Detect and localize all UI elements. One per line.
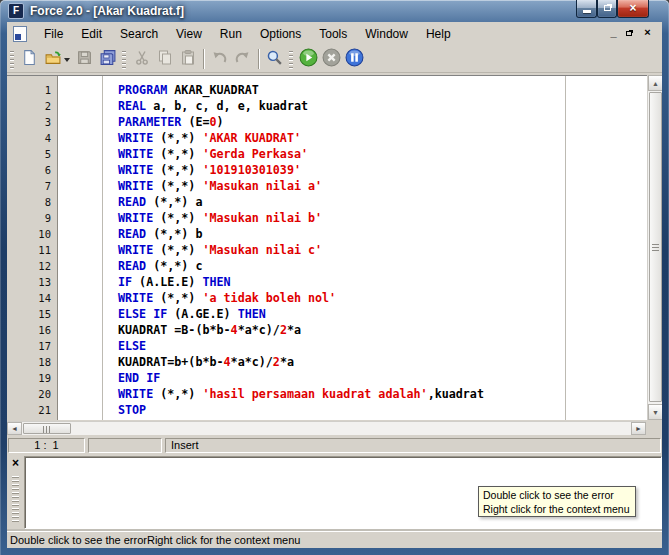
code-line[interactable]: WRITE (*,*) '101910301039' (60, 162, 647, 178)
code-line[interactable]: STOP (60, 402, 647, 418)
menu-item-search[interactable]: Search (111, 24, 167, 44)
code-line[interactable]: END (60, 418, 647, 420)
code-token: READ (118, 259, 146, 273)
code-token: *a*c)/ (231, 355, 273, 369)
vertical-scrollbar-thumb[interactable] (649, 92, 662, 402)
code-token: 'AKAR KUADRAT' (202, 131, 301, 145)
toolbar-grip[interactable] (10, 49, 14, 69)
open-dropdown-arrow-icon[interactable] (64, 58, 70, 62)
code-token: (*,*) (153, 147, 202, 161)
code-line[interactable]: WRITE (*,*) 'Gerda Perkasa' (60, 146, 647, 162)
line-number: 12 (7, 258, 57, 274)
find-button[interactable] (263, 47, 286, 71)
code-token: ,kuadrat (428, 387, 484, 401)
cut-button[interactable] (130, 47, 153, 71)
toolbar-grip[interactable] (289, 49, 293, 69)
code-token: WRITE (118, 387, 153, 401)
minimize-icon (583, 10, 591, 13)
horizontal-scrollbar[interactable]: ◄ ► (7, 421, 646, 435)
code-token: END IF (118, 371, 160, 385)
code-line[interactable]: END IF (60, 370, 647, 386)
menu-item-file[interactable]: File (35, 24, 72, 44)
redo-button[interactable] (231, 47, 254, 71)
menu-item-edit[interactable]: Edit (72, 24, 111, 44)
code-line[interactable]: READ (*,*) c (60, 258, 647, 274)
code-token: (*,*) a (146, 195, 202, 209)
code-token: WRITE (118, 291, 153, 305)
message-panel-grip[interactable] (12, 475, 19, 522)
code-pane[interactable]: PROGRAM AKAR_KUADRATREAL a, b, c, d, e, … (60, 76, 647, 420)
open-button[interactable] (41, 47, 64, 71)
code-line[interactable]: WRITE (*,*) 'Masukan nilai a' (60, 178, 647, 194)
code-line[interactable]: WRITE (*,*) 'AKAR KUADRAT' (60, 130, 647, 146)
code-line[interactable]: ELSE IF (A.GE.E) THEN (60, 306, 647, 322)
vertical-scrollbar[interactable]: ▲ ▼ (647, 75, 662, 420)
abort-button[interactable] (320, 47, 343, 71)
mdi-minimize-button[interactable]: _ (605, 26, 622, 41)
code-token: REAL (118, 99, 146, 113)
horizontal-scrollbar-thumb[interactable] (23, 423, 71, 434)
restore-button[interactable] (597, 0, 617, 18)
code-viewport[interactable]: 12345678910111213141516171819202122 PROG… (7, 75, 647, 420)
code-token: *a (280, 355, 294, 369)
compile-run-button[interactable] (297, 47, 320, 71)
undo-button[interactable] (208, 47, 231, 71)
code-token: (A.LE.E) (132, 275, 202, 289)
code-line[interactable]: WRITE (*,*) 'a tidak boleh nol' (60, 290, 647, 306)
close-button[interactable]: × (617, 0, 649, 18)
paste-button[interactable] (176, 47, 199, 71)
mdi-restore-button[interactable] (622, 26, 639, 41)
scroll-down-button[interactable]: ▼ (648, 404, 662, 420)
code-line[interactable]: WRITE (*,*) 'Masukan nilai b' (60, 210, 647, 226)
code-token: READ (118, 227, 146, 241)
code-token: WRITE (118, 243, 153, 257)
code-line[interactable]: ELSE (60, 338, 647, 354)
code-token: AKAR_KUADRAT (167, 83, 258, 97)
message-panel-close-button[interactable]: × (9, 457, 22, 470)
save-button[interactable] (73, 47, 96, 71)
line-number: 8 (7, 194, 57, 210)
pause-button[interactable] (343, 47, 366, 71)
caption-buttons: × (576, 0, 649, 18)
code-line[interactable]: WRITE (*,*) 'Masukan nilai c' (60, 242, 647, 258)
code-token: ELSE IF (118, 307, 167, 321)
code-token: WRITE (118, 131, 153, 145)
toolbar-separator (258, 49, 259, 69)
code-token: '101910301039' (202, 163, 301, 177)
menu-item-view[interactable]: View (167, 24, 211, 44)
mdi-close-button[interactable]: × (639, 26, 656, 41)
menu-item-help[interactable]: Help (417, 24, 460, 44)
code-line[interactable]: KUADRAT=b+(b*b-4*a*c)/2*a (60, 354, 647, 370)
copy-button[interactable] (153, 47, 176, 71)
abort-icon (322, 48, 341, 70)
tooltip-line-1: Double click to see the error (483, 488, 631, 502)
run-icon (299, 48, 318, 70)
code-token: 4 (231, 323, 238, 337)
save-all-button[interactable] (96, 47, 119, 71)
scroll-up-button[interactable]: ▲ (648, 75, 662, 91)
scroll-left-button[interactable]: ◄ (7, 422, 22, 435)
code-token: (*,*) c (146, 259, 202, 273)
scroll-right-button[interactable]: ► (631, 422, 646, 435)
code-line[interactable]: PARAMETER (E=0) (60, 114, 647, 130)
code-line[interactable]: WRITE (*,*) 'hasil persamaan kuadrat ada… (60, 386, 647, 402)
code-line[interactable]: READ (*,*) b (60, 226, 647, 242)
menu-item-window[interactable]: Window (356, 24, 417, 44)
code-line[interactable]: PROGRAM AKAR_KUADRAT (60, 82, 647, 98)
line-number: 1 (7, 82, 57, 98)
line-number: 9 (7, 210, 57, 226)
code-token: 4 (224, 355, 231, 369)
new-button[interactable] (18, 47, 41, 71)
minimize-button[interactable] (576, 0, 597, 18)
code-line[interactable]: READ (*,*) a (60, 194, 647, 210)
document-icon[interactable] (13, 26, 27, 42)
code-line[interactable]: IF (A.LE.E) THEN (60, 274, 647, 290)
code-line[interactable]: REAL a, b, c, d, e, kuadrat (60, 98, 647, 114)
menu-item-options[interactable]: Options (251, 24, 310, 44)
menu-item-tools[interactable]: Tools (310, 24, 356, 44)
title-bar[interactable]: F Force 2.0 - [Akar Kuadrat.f] × (0, 0, 669, 22)
menu-item-run[interactable]: Run (211, 24, 251, 44)
toolbar-grip[interactable] (122, 49, 126, 69)
code-line[interactable]: KUADRAT =B-(b*b-4*a*c)/2*a (60, 322, 647, 338)
code-token: 0 (210, 115, 217, 129)
